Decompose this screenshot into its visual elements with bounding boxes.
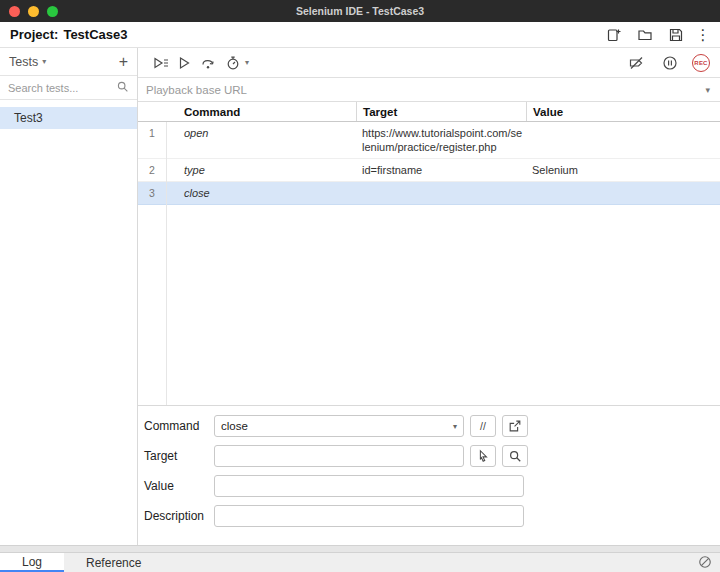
target-field-row: Target	[144, 445, 720, 467]
new-project-icon[interactable]	[603, 25, 625, 45]
cell-command: type	[166, 159, 356, 181]
description-field-label: Description	[144, 509, 214, 523]
cell-command: open	[166, 122, 356, 158]
test-list-item[interactable]: Test3	[0, 107, 137, 129]
project-name: TestCase3	[63, 27, 127, 42]
zoom-window-button[interactable]	[47, 6, 58, 17]
test-list: Test3	[0, 100, 137, 545]
test-search	[0, 76, 137, 100]
row-number: 2	[138, 159, 166, 181]
run-all-tests-icon[interactable]	[148, 51, 172, 75]
tests-header: Tests ▾ +	[0, 48, 137, 76]
titlebar: Selenium IDE - TestCase3	[0, 0, 720, 22]
open-reference-icon[interactable]	[502, 415, 528, 437]
playback-base-url-input[interactable]	[146, 84, 703, 96]
value-field-row: Value	[144, 475, 720, 497]
save-project-icon[interactable]	[665, 25, 687, 45]
disable-breakpoints-icon[interactable]	[624, 51, 648, 75]
row-number: 3	[138, 182, 166, 204]
selenium-ide-window: Selenium IDE - TestCase3 Project: TestCa…	[0, 0, 720, 572]
column-header-value[interactable]: Value	[526, 102, 720, 121]
toggle-comment-button[interactable]: //	[470, 415, 496, 437]
content: Tests ▾ + Test3	[0, 48, 720, 545]
add-test-button[interactable]: +	[119, 54, 128, 70]
cell-target	[356, 182, 526, 204]
chevron-down-icon: ▾	[453, 422, 457, 431]
description-field-row: Description	[144, 505, 720, 527]
value-field-label: Value	[144, 479, 214, 493]
run-current-test-icon[interactable]	[172, 51, 196, 75]
cell-value	[526, 182, 720, 204]
cell-command: close	[166, 182, 356, 204]
command-table-header: Command Target Value	[138, 102, 720, 122]
command-field-label: Command	[144, 419, 214, 433]
panel-resize-strip	[0, 545, 720, 553]
cell-target: https://www.tutorialspoint.com/selenium/…	[356, 122, 526, 158]
window-title: Selenium IDE - TestCase3	[296, 5, 424, 17]
cell-target: id=firstname	[356, 159, 526, 181]
command-select-value: close	[221, 420, 248, 432]
tests-sidebar: Tests ▾ + Test3	[0, 48, 138, 545]
project-actions: ⋮	[603, 25, 710, 45]
playback-toolbar: ▾ REC	[138, 48, 720, 78]
chevron-down-icon[interactable]: ▾	[42, 57, 46, 66]
pause-on-exceptions-icon[interactable]	[658, 51, 682, 75]
command-field-row: Command close ▾ //	[144, 415, 720, 437]
row-number: 1	[138, 122, 166, 158]
main-panel: ▾ REC	[138, 48, 720, 545]
target-input[interactable]	[214, 445, 464, 467]
search-tests-input[interactable]	[8, 82, 116, 94]
column-header-target[interactable]: Target	[356, 102, 526, 121]
description-input[interactable]	[214, 505, 524, 527]
more-options-icon[interactable]: ⋮	[696, 25, 710, 45]
value-input[interactable]	[214, 475, 524, 497]
select-target-icon[interactable]	[470, 445, 496, 467]
command-table-body: 1 open https://www.tutorialspoint.com/se…	[138, 122, 720, 405]
tab-reference[interactable]: Reference	[64, 553, 163, 572]
project-header: Project: TestCase3 ⋮	[0, 22, 720, 48]
step-over-icon[interactable]	[196, 51, 220, 75]
record-button[interactable]: REC	[692, 54, 710, 72]
search-icon	[116, 79, 129, 97]
clear-log-icon[interactable]	[698, 555, 712, 572]
cell-value	[526, 122, 720, 158]
table-row[interactable]: 2 type id=firstname Selenium	[138, 159, 720, 182]
toolbar-right: REC	[624, 51, 710, 75]
minimize-window-button[interactable]	[28, 6, 39, 17]
tab-log[interactable]: Log	[0, 553, 64, 572]
test-speed-icon[interactable]: ▾	[220, 51, 254, 75]
command-editor: Command close ▾ // Target	[138, 405, 720, 545]
traffic-lights	[9, 6, 58, 17]
project-label: Project:	[10, 27, 58, 42]
chevron-down-icon[interactable]: ▾	[703, 85, 712, 95]
bottom-tabbar: Log Reference	[0, 553, 720, 572]
playback-base-url-row: ▾	[138, 78, 720, 102]
command-select[interactable]: close ▾	[214, 415, 464, 437]
tests-dropdown[interactable]: Tests	[9, 55, 38, 69]
row-number-gutter	[138, 102, 166, 121]
close-window-button[interactable]	[9, 6, 20, 17]
target-field-label: Target	[144, 449, 214, 463]
cell-value: Selenium	[526, 159, 720, 181]
column-header-command[interactable]: Command	[166, 102, 356, 121]
find-target-icon[interactable]	[502, 445, 528, 467]
chevron-down-icon: ▾	[245, 58, 249, 67]
table-row-selected[interactable]: 3 close	[138, 182, 720, 205]
table-row[interactable]: 1 open https://www.tutorialspoint.com/se…	[138, 122, 720, 159]
open-project-icon[interactable]	[634, 25, 656, 45]
